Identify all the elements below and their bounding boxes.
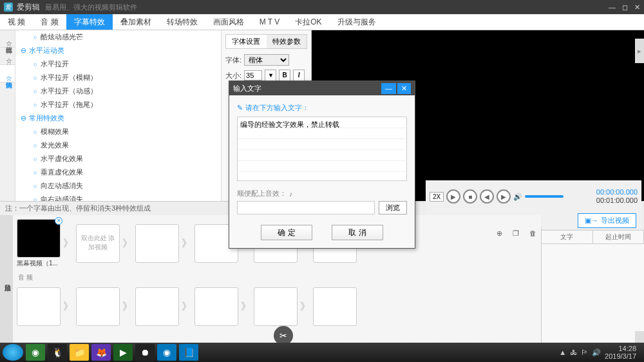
app-subtitle: 最易用、强大的视频剪辑软件 <box>45 3 137 12</box>
dialog-minimize[interactable]: — <box>381 83 396 94</box>
taskbar-icon[interactable]: ◉ <box>26 344 45 361</box>
effect-item[interactable]: 水平虚化效果 <box>15 152 221 166</box>
tray-icon[interactable]: 🏳 <box>581 348 588 356</box>
tab-subtitle-effects[interactable]: 字幕特效 <box>66 14 113 30</box>
effect-list[interactable]: 酷炫动感光芒 水平运动类 水平拉开 水平拉开（模糊） 水平拉开（动感） 水平拉开… <box>15 30 222 201</box>
tab-upgrade[interactable]: 升级与服务 <box>330 14 384 30</box>
effect-item[interactable]: 水平拉开（拖尾） <box>15 98 221 111</box>
tab-video[interactable]: 视 频 <box>0 14 33 30</box>
volume-icon[interactable]: 🔊 <box>513 193 522 201</box>
tab-transition[interactable]: 转场特效 <box>159 14 205 30</box>
effect-item[interactable]: 模糊效果 <box>15 125 221 138</box>
font-tab-font[interactable]: 字体设置 <box>226 35 267 48</box>
audio-clip-placeholder[interactable] <box>76 287 120 326</box>
edit-icon: ✎ <box>237 104 243 112</box>
effect-category[interactable]: 常用特效类 <box>15 111 221 125</box>
size-label: 大小: <box>225 71 242 81</box>
col-text[interactable]: 文字 <box>542 231 593 243</box>
scroll-right[interactable]: ▸ <box>635 39 644 63</box>
tab-overlay[interactable]: 叠加素材 <box>113 14 159 30</box>
font-label: 字体: <box>225 55 242 65</box>
cancel-button[interactable]: 取 消 <box>332 225 383 240</box>
size-input[interactable] <box>244 70 262 81</box>
effect-type-sidebar: ☆出现特效 ☆停留特效 ☆消失特效 <box>0 30 15 201</box>
copy-icon[interactable]: ❐ <box>510 229 522 241</box>
taskbar-icon[interactable]: ⏺ <box>135 344 155 361</box>
tray-volume-icon[interactable]: 🔊 <box>592 348 601 357</box>
effect-item[interactable]: 向右动感消失 <box>15 193 221 201</box>
export-button[interactable]: ▣→ 导出视频 <box>578 213 636 228</box>
video-clip[interactable]: ✕ <box>17 219 61 258</box>
tray-icon[interactable]: ▲ <box>559 348 566 356</box>
dialog-title: 输入文字 <box>233 84 261 93</box>
tab-karaoke[interactable]: 卡拉OK <box>287 14 329 30</box>
start-button[interactable] <box>3 344 23 361</box>
effect-category[interactable]: 水平运动类 <box>15 44 221 57</box>
effect-item[interactable]: 酷炫动感光芒 <box>15 30 221 44</box>
maximize-button[interactable]: ◻ <box>622 3 628 12</box>
taskbar-icon[interactable]: 📁 <box>70 344 89 361</box>
ok-button[interactable]: 确 定 <box>261 225 312 240</box>
effect-item[interactable]: 向左动感消失 <box>15 179 221 193</box>
tab-style[interactable]: 画面风格 <box>205 14 252 30</box>
add-icon[interactable]: ⊕ <box>493 229 505 241</box>
effect-item[interactable]: 水平拉开（模糊） <box>15 71 221 84</box>
taskbar-icon[interactable]: 📘 <box>179 344 198 361</box>
effect-item[interactable]: 水平拉开（动感） <box>15 84 221 98</box>
minimize-button[interactable]: — <box>609 3 616 12</box>
tab-mtv[interactable]: M T V <box>252 14 288 30</box>
taskbar: ◉ 🐧 📁 🦊 ▶ ⏺ ◉ 📘 ▲ 🖧 🏳 🔊 14:28 2019/3/17 <box>0 343 644 362</box>
arrow-icon: 》 <box>182 237 192 251</box>
clip-label: 黑幕视频（1... <box>17 259 61 268</box>
speed-selector[interactable]: 2X <box>430 192 444 202</box>
delete-icon[interactable]: 🗑 <box>527 229 538 241</box>
clip-close-icon[interactable]: ✕ <box>55 217 62 225</box>
taskbar-icon[interactable]: 🦊 <box>91 344 111 361</box>
taskbar-icon[interactable]: 🐧 <box>48 344 67 361</box>
col-time[interactable]: 起止时间 <box>593 231 645 243</box>
font-tab-params[interactable]: 特效参数 <box>267 35 307 48</box>
effect-item[interactable]: 垂直虚化效果 <box>15 166 221 179</box>
tray-icon[interactable]: 🖧 <box>570 348 577 356</box>
next-button[interactable]: ▶ <box>497 189 511 204</box>
bold-button[interactable]: B <box>279 70 290 81</box>
browse-button[interactable]: 浏览 <box>379 201 407 214</box>
sidebar-appear[interactable]: ☆出现特效 <box>0 30 15 48</box>
effect-item[interactable]: 发光效果 <box>15 138 221 152</box>
clip-placeholder[interactable] <box>135 224 179 263</box>
close-button[interactable]: ✕ <box>634 3 640 12</box>
effect-item[interactable]: 水平拉开 <box>15 57 221 71</box>
volume-slider[interactable] <box>525 195 564 198</box>
app-logo: 爱 <box>4 3 13 12</box>
taskbar-clock[interactable]: 14:28 2019/3/17 <box>605 345 636 360</box>
italic-button[interactable]: I <box>293 70 305 81</box>
audio-clip-placeholder[interactable] <box>17 287 61 326</box>
audio-clip-placeholder[interactable] <box>194 287 238 326</box>
clip-placeholder[interactable]: 双击此处 添加视频 <box>76 224 120 263</box>
timecode-current: 00:00:00.000 <box>596 188 638 196</box>
audio-path-input[interactable] <box>237 201 375 214</box>
sidebar-stay[interactable]: ☆停留特效 <box>0 48 15 65</box>
tab-audio[interactable]: 音 频 <box>33 14 66 30</box>
main-tabs: 视 频 音 频 字幕特效 叠加素材 转场特效 画面风格 M T V 卡拉OK 升… <box>0 14 644 30</box>
audio-clip-placeholder[interactable] <box>135 287 179 326</box>
input-text-dialog: 输入文字 — ✕ ✎ 请在下方输入文字： 编导的经验文字效果，禁止转载 顺便配上… <box>229 81 415 249</box>
play-button[interactable]: ▶ <box>446 189 460 204</box>
export-icon: ▣→ <box>585 216 598 225</box>
font-select[interactable]: 楷体 <box>244 54 289 66</box>
taskbar-icon[interactable]: ▶ <box>113 344 133 361</box>
cut-button[interactable]: ✂ <box>274 326 293 344</box>
sidebar-disappear[interactable]: ☆消失特效 <box>0 65 15 82</box>
audio-clip-placeholder[interactable] <box>254 287 298 326</box>
stop-button[interactable]: ■ <box>463 189 477 204</box>
music-note-icon: ♪ <box>289 190 293 198</box>
app-name: 爱剪辑 <box>17 2 40 13</box>
taskbar-icon[interactable]: ◉ <box>157 344 176 361</box>
player-controls: 2X ▶ ■ ◀ ▶ 🔊 00:00:00.000 00:01:00.000 <box>426 180 641 213</box>
size-dropdown[interactable]: ▾ <box>265 70 276 81</box>
text-input[interactable]: 编导的经验文字效果，禁止转载 <box>237 117 407 181</box>
audio-clip-placeholder[interactable] <box>313 287 357 326</box>
prev-button[interactable]: ◀ <box>480 189 494 204</box>
arrow-icon: 》 <box>122 237 133 251</box>
dialog-close[interactable]: ✕ <box>397 83 411 94</box>
